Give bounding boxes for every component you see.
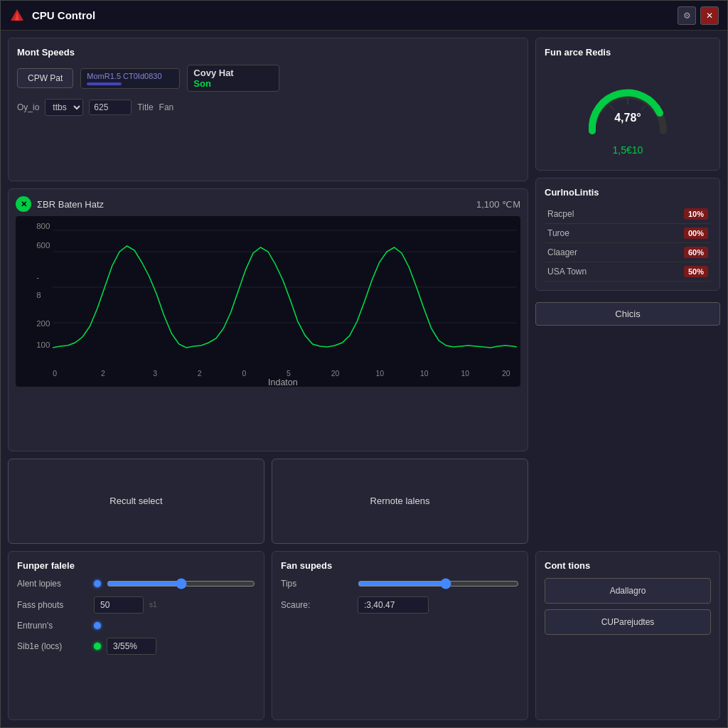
entrunn-led — [94, 622, 101, 629]
svg-text:Indaton: Indaton — [268, 378, 298, 387]
control-limits-title: CurlnoLintis — [545, 187, 711, 198]
ttbs-select[interactable]: ttbs — [45, 99, 83, 116]
settings-button[interactable]: ⚙ — [678, 6, 696, 25]
svg-text:600: 600 — [36, 241, 50, 250]
chart-area: ✕ ΣBR Baten Hatz 1,100 ℃M 800 600 - 8 20… — [8, 188, 528, 451]
fass-phouts-row: Fass phouts s1 — [17, 596, 255, 614]
chart-header: ✕ ΣBR Baten Hatz 1,100 ℃M — [16, 196, 520, 212]
gauge-sub-value: 1,5€10 — [613, 144, 643, 156]
fun-arce-title: Fun arce Redis — [545, 47, 711, 58]
limit-name: USA Town — [545, 262, 644, 282]
chicis-button[interactable]: Chicis — [535, 302, 720, 326]
table-row: USA Town 50% — [545, 262, 711, 282]
svg-text:20: 20 — [331, 370, 340, 378]
titlebar: CPU Control ⚙ ✕ — [1, 1, 727, 31]
svg-text:800: 800 — [36, 222, 50, 230]
alent-lopies-label: Alent lopies — [17, 579, 88, 589]
svg-text:4,78°: 4,78° — [614, 112, 641, 124]
limit-name: Claager — [545, 243, 644, 262]
covy-hat-title: Covy Hat — [193, 68, 233, 78]
tips-label: Tips — [281, 579, 352, 589]
svg-text:10: 10 — [461, 370, 469, 378]
funper-falele-panel: Funper falele Alent lopies Fass phouts s… — [8, 551, 264, 720]
speed-label: MomR1.5 CT0Id0830 — [87, 72, 173, 80]
chart-icon[interactable]: ✕ — [16, 196, 31, 212]
alent-slider[interactable] — [107, 578, 255, 589]
remote-lalens-button[interactable]: Rernote lalens — [272, 459, 528, 544]
table-row: Racpel 10% — [545, 205, 711, 224]
cont-tions-buttons: Adallagro CUParejudtes — [545, 578, 711, 635]
chart-title: ΣBR Baten Hatz — [37, 199, 104, 210]
limit-value: 00% — [644, 224, 711, 243]
tips-row: Tips — [281, 578, 519, 589]
oy-io-label: Oy_io — [17, 102, 39, 112]
limit-value: 60% — [644, 243, 711, 262]
cpw-pat-button[interactable]: CPW Pat — [17, 68, 73, 88]
limit-value: 50% — [644, 262, 711, 282]
title-label: Title — [137, 102, 153, 112]
sible-led — [94, 643, 101, 650]
app-logo-icon — [9, 8, 25, 23]
sible-value-input[interactable] — [107, 638, 156, 655]
limit-name: Turoe — [545, 224, 644, 243]
mont-speeds-title: Mont Speeds — [17, 47, 519, 58]
scaure-row: Scaure: — [281, 596, 519, 614]
right-column: Fun arce Redis 4,78° 1,5€10 — [535, 38, 720, 451]
chart-right-value: 1,100 ℃M — [476, 199, 520, 210]
speed-display: MomR1.5 CT0Id0830 — [80, 68, 180, 89]
svg-text:100: 100 — [36, 341, 50, 349]
funper-falele-controls: Alent lopies Fass phouts s1 Entrunn's — [17, 578, 255, 655]
svg-text:3: 3 — [153, 370, 157, 378]
gauge-container: 4,78° 1,5€10 — [545, 65, 711, 161]
entrunn-row: Entrunn's — [17, 621, 255, 631]
fass-value-input[interactable] — [94, 596, 144, 614]
svg-text:2: 2 — [198, 370, 202, 378]
svg-text:10: 10 — [375, 370, 384, 378]
fan-supeds-panel: Fan supeds Tips Scaure: — [272, 551, 528, 720]
fan-label: Fan — [159, 102, 174, 112]
funper-falele-title: Funper falele — [17, 560, 255, 571]
covy-hat-value: Son — [193, 78, 233, 89]
alent-led — [94, 580, 101, 587]
control-limits-table: Racpel 10% Turoe 00% Claager 60% USA Tow… — [545, 205, 711, 282]
adallagro-button[interactable]: Adallagro — [545, 578, 711, 604]
entrunn-label: Entrunn's — [17, 621, 88, 631]
alent-lopies-row: Alent lopies — [17, 578, 255, 589]
svg-text:-: - — [36, 273, 39, 282]
window-controls: ⚙ ✕ — [678, 6, 719, 25]
svg-text:5: 5 — [287, 370, 291, 378]
svg-text:0: 0 — [53, 370, 57, 378]
fun-arce-panel: Fun arce Redis 4,78° 1,5€10 — [535, 38, 720, 171]
chart-svg: 800 600 - 8 200 100 0 2 3 — [16, 216, 520, 387]
speed-bar — [87, 82, 122, 85]
scaure-label: Scaure: — [281, 600, 352, 610]
limit-name: Racpel — [545, 205, 644, 224]
sible-locs-row: Sib1e (locs) — [17, 638, 255, 655]
tips-slider[interactable] — [358, 578, 519, 589]
cuparejudtes-button[interactable]: CUParejudtes — [545, 609, 711, 635]
scaure-input[interactable] — [358, 596, 429, 614]
svg-text:0: 0 — [242, 370, 246, 378]
chart-canvas: 800 600 - 8 200 100 0 2 3 — [16, 216, 520, 387]
svg-line-4 — [641, 106, 646, 109]
svg-text:2: 2 — [101, 370, 105, 378]
table-row: Claager 60% — [545, 243, 711, 262]
table-row: Turoe 00% — [545, 224, 711, 243]
svg-text:10: 10 — [420, 370, 429, 378]
svg-text:200: 200 — [36, 319, 50, 328]
value-input[interactable] — [89, 100, 132, 115]
close-button[interactable]: ✕ — [700, 6, 719, 25]
svg-text:20: 20 — [502, 370, 510, 378]
limit-value: 10% — [644, 205, 711, 224]
fan-supeds-controls: Tips Scaure: — [281, 578, 519, 614]
cont-tions-title: Cont tions — [545, 560, 711, 571]
recult-select-button[interactable]: Recult select — [8, 459, 264, 544]
svg-line-3 — [610, 106, 614, 109]
sible-locs-label: Sib1e (locs) — [17, 641, 88, 651]
mont-speeds-panel: Mont Speeds CPW Pat MomR1.5 CT0Id0830 Co… — [8, 38, 528, 181]
gauge-svg: 4,78° — [582, 70, 674, 141]
bottom-section: Funper falele Alent lopies Fass phouts s… — [8, 551, 720, 720]
fan-supeds-title: Fan supeds — [281, 560, 519, 571]
covy-hat-widget: Covy Hat Son — [187, 65, 279, 92]
fass-unit: s1 — [149, 601, 157, 609]
